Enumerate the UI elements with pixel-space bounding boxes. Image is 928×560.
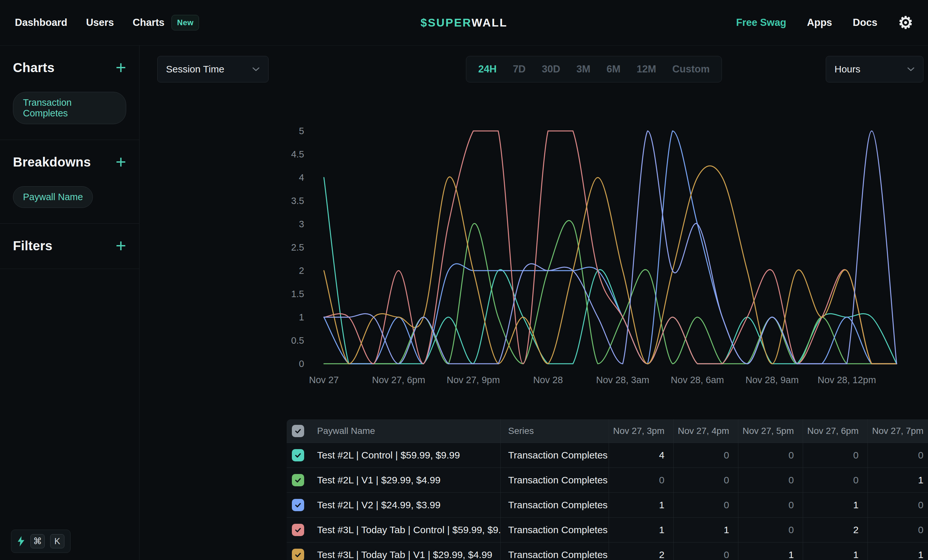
series-cell: Transaction Completes xyxy=(500,467,609,492)
nav-docs[interactable]: Docs xyxy=(853,17,878,29)
value-cell: 4 xyxy=(609,443,673,467)
y-axis-label: 4.5 xyxy=(291,149,304,160)
nav-charts[interactable]: Charts xyxy=(133,17,164,29)
check-icon xyxy=(294,451,302,459)
check-icon xyxy=(294,476,302,484)
range-6m[interactable]: 6M xyxy=(598,63,628,75)
sidebar-section-filters: Filters+ xyxy=(0,224,139,269)
y-axis-label: 2.5 xyxy=(291,242,304,253)
x-axis-label: Nov 27 xyxy=(309,375,339,385)
nav-free-swag[interactable]: Free Swag xyxy=(736,17,786,29)
superwall-logo[interactable]: $SUPERWALL xyxy=(421,16,508,29)
column-header-paywall-name: Paywall Name xyxy=(309,419,500,443)
new-badge: New xyxy=(171,15,199,30)
check-icon xyxy=(294,501,302,509)
secondary-nav: Free Swag Apps Docs ⚙ xyxy=(736,14,913,31)
metric-select[interactable]: Session Time xyxy=(157,56,269,82)
range-30d[interactable]: 30D xyxy=(534,63,569,75)
range-7d[interactable]: 7D xyxy=(505,63,534,75)
y-axis-label: 1 xyxy=(299,312,304,323)
section-title-filters: Filters xyxy=(13,239,52,253)
row-checkbox[interactable] xyxy=(292,474,304,486)
value-cell: 2 xyxy=(803,517,867,542)
value-cell: 0 xyxy=(738,443,803,467)
chevron-down-icon xyxy=(907,67,915,72)
series-cell: Transaction Completes xyxy=(500,492,609,517)
select-all-checkbox[interactable] xyxy=(292,425,304,437)
y-axis-label: 3.5 xyxy=(291,196,304,206)
y-axis-label: 0 xyxy=(299,359,304,369)
sidebar-section-breakdowns: Breakdowns+Paywall Name xyxy=(0,140,139,224)
paywall-name-cell: Test #3L | Today Tab | V1 | $29.99, $4.9… xyxy=(309,542,500,560)
paywall-name-cell: Test #2L | Control | $59.99, $9.99 xyxy=(309,443,500,467)
chip-paywall-name[interactable]: Paywall Name xyxy=(13,186,93,208)
nav-users[interactable]: Users xyxy=(86,17,114,29)
range-3m[interactable]: 3M xyxy=(568,63,598,75)
x-axis-label: Nov 28, 12pm xyxy=(818,375,876,385)
column-header-nov-27-5pm: Nov 27, 5pm xyxy=(738,419,803,443)
settings-gear-icon[interactable]: ⚙ xyxy=(898,14,913,31)
table-row: Test #3L | Today Tab | V1 | $29.99, $4.9… xyxy=(287,542,928,560)
column-header-series: Series xyxy=(500,419,609,443)
paywall-name-cell: Test #2L | V1 | $29.99, $4.99 xyxy=(309,467,500,492)
table-row: Test #2L | V1 | $29.99, $4.99Transaction… xyxy=(287,467,928,492)
series-cell: Transaction Completes xyxy=(500,517,609,542)
chip-transaction-completes[interactable]: Transaction Completes xyxy=(13,92,126,124)
series-line xyxy=(324,166,897,364)
range-custom[interactable]: Custom xyxy=(664,63,718,75)
value-cell: 0 xyxy=(867,443,928,467)
range-12m[interactable]: 12M xyxy=(629,63,664,75)
y-axis-label: 1.5 xyxy=(291,289,304,299)
unit-select[interactable]: Hours xyxy=(826,56,923,82)
nav-dashboard[interactable]: Dashboard xyxy=(15,17,67,29)
metric-select-value: Session Time xyxy=(166,64,224,75)
primary-nav: Dashboard Users Charts New xyxy=(15,15,199,30)
row-checkbox[interactable] xyxy=(292,499,304,511)
value-cell: 0 xyxy=(738,517,803,542)
series-line xyxy=(324,131,897,364)
add-breakdowns-button[interactable]: + xyxy=(116,155,126,169)
lightning-icon xyxy=(17,536,25,546)
chevron-down-icon xyxy=(252,67,260,72)
check-icon xyxy=(294,526,302,534)
time-range-group: 24H7D30D3M6M12MCustom xyxy=(466,56,722,82)
row-checkbox[interactable] xyxy=(292,549,304,560)
value-cell: 0 xyxy=(803,443,867,467)
section-title-breakdowns: Breakdowns xyxy=(13,155,91,169)
value-cell: 0 xyxy=(673,443,738,467)
value-cell: 1 xyxy=(673,517,738,542)
paywall-name-cell: Test #2L | V2 | $24.99, $3.99 xyxy=(309,492,500,517)
value-cell: 0 xyxy=(738,492,803,517)
table-row: Test #2L | V2 | $24.99, $3.99Transaction… xyxy=(287,492,928,517)
nav-apps[interactable]: Apps xyxy=(807,17,832,29)
command-palette-shortcut[interactable]: ⌘ K xyxy=(11,530,70,553)
column-header-nov-27-4pm: Nov 27, 4pm xyxy=(673,419,738,443)
value-cell: 0 xyxy=(803,467,867,492)
y-axis-label: 3 xyxy=(299,219,304,229)
line-chart: 00.511.522.533.544.55Nov 27Nov 27, 6pmNo… xyxy=(279,125,928,399)
row-checkbox[interactable] xyxy=(292,449,304,461)
sidebar: Charts+Transaction CompletesBreakdowns+P… xyxy=(0,46,139,560)
x-axis-label: Nov 28, 3am xyxy=(596,375,649,385)
x-axis-label: Nov 27, 9pm xyxy=(447,375,500,385)
range-24h[interactable]: 24H xyxy=(470,63,505,75)
paywall-name-cell: Test #3L | Today Tab | Control | $59.99,… xyxy=(309,517,500,542)
nav-charts-group: Charts New xyxy=(133,15,199,30)
add-filters-button[interactable]: + xyxy=(116,239,126,253)
value-cell: 0 xyxy=(867,517,928,542)
unit-select-value: Hours xyxy=(835,64,860,75)
logo-plain-text: WALL xyxy=(472,16,507,29)
value-cell: 0 xyxy=(673,492,738,517)
main-content: Session Time 24H7D30D3M6M12MCustom Hours… xyxy=(140,46,928,560)
logo-accent-text: $SUPER xyxy=(421,16,472,29)
check-icon xyxy=(294,427,302,435)
section-title-charts: Charts xyxy=(13,61,55,75)
sidebar-section-charts: Charts+Transaction Completes xyxy=(0,46,139,140)
y-axis-label: 5 xyxy=(299,126,304,136)
value-cell: 1 xyxy=(867,542,928,560)
series-line xyxy=(324,131,897,364)
add-charts-button[interactable]: + xyxy=(116,61,126,75)
x-axis-label: Nov 28, 6am xyxy=(671,375,724,385)
cmd-keycap: ⌘ xyxy=(31,534,45,548)
row-checkbox[interactable] xyxy=(292,524,304,536)
